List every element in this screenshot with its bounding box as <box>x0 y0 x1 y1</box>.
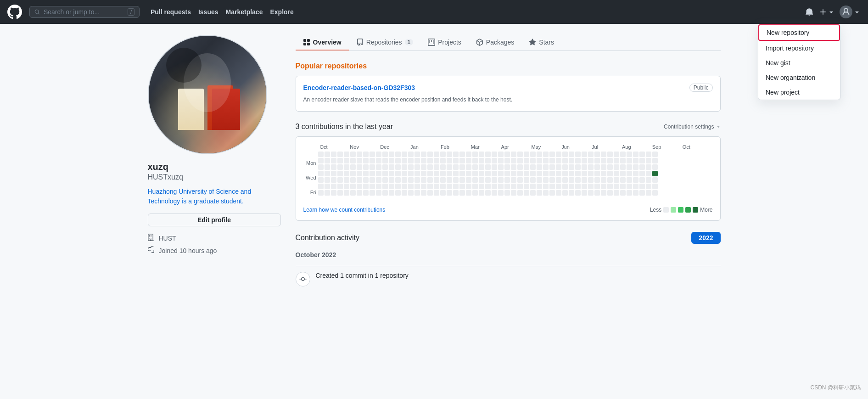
commit-icon <box>299 275 307 283</box>
tab-overview[interactable]: Overview <box>296 35 349 51</box>
search-input[interactable] <box>44 8 124 16</box>
activity-section: Contribution activity 2022 October 2022 … <box>296 232 721 287</box>
profile-bio: Huazhong University of Science and Techn… <box>148 187 281 206</box>
search-box[interactable]: / <box>29 6 140 18</box>
activity-date-label: October 2022 <box>296 251 721 259</box>
repo-icon <box>356 39 364 46</box>
nav-marketplace[interactable]: Marketplace <box>226 8 263 16</box>
building-icon <box>148 234 155 242</box>
user-menu-button[interactable] <box>840 6 861 18</box>
overview-icon <box>303 39 310 46</box>
contributions-section: 3 contributions in the last year Contrib… <box>296 123 721 221</box>
legend-cell-2 <box>678 207 683 213</box>
contribution-legend: Less More <box>650 207 713 213</box>
tab-repositories[interactable]: Repositories 1 <box>349 35 421 51</box>
navbar: / Pull requests Issues Marketplace Explo… <box>0 0 868 24</box>
popular-repos-title: Popular repositories <box>296 62 721 70</box>
chevron-down-small-icon <box>853 8 861 16</box>
nav-pull-requests[interactable]: Pull requests <box>151 8 191 16</box>
search-icon <box>34 8 40 16</box>
notifications-button[interactable] <box>804 6 815 17</box>
main-layout: 🙂 xuzq HUSTxuzq Huazhong University of S… <box>140 24 728 298</box>
activity-text: Created 1 commit in 1 repository <box>316 272 409 279</box>
new-project-item[interactable]: New project <box>758 85 840 100</box>
repo-card: Encoder-reader-based-on-GD32F303 Public … <box>296 76 721 112</box>
chevron-down-icon <box>828 8 835 16</box>
tab-packages[interactable]: Packages <box>469 35 521 51</box>
graph-inner: OctNovDecJanFebMarAprMayJunJulAugSepOctM… <box>303 144 713 203</box>
profile-handle: HUSTxuzq <box>148 173 281 181</box>
activity-header: Contribution activity 2022 <box>296 232 721 244</box>
repo-description: An encoder reader slave that reads the e… <box>303 96 713 104</box>
edit-profile-button[interactable]: Edit profile <box>148 214 281 226</box>
contributions-title: 3 contributions in the last year <box>296 123 393 131</box>
nav-right <box>804 6 861 18</box>
new-repository-item[interactable]: New repository <box>758 24 840 41</box>
avatar <box>840 6 852 18</box>
package-icon <box>476 39 483 46</box>
plus-icon <box>819 8 827 16</box>
activity-title: Contribution activity <box>296 234 360 242</box>
main-content: Overview Repositories 1 Projects Packag <box>296 35 721 287</box>
learn-contributions-link[interactable]: Learn how we count contributions <box>303 207 386 213</box>
legend-cell-3 <box>685 207 691 213</box>
repo-header: Encoder-reader-based-on-GD32F303 Public <box>303 84 713 92</box>
year-filter-button[interactable]: 2022 <box>691 232 720 244</box>
org-meta: HUST <box>148 234 281 242</box>
bell-icon <box>806 8 813 16</box>
popular-repos-section: Popular repositories Encoder-reader-base… <box>296 62 721 112</box>
legend-cell-0 <box>663 207 669 213</box>
avatar-image <box>149 36 266 153</box>
activity-icon <box>296 272 310 287</box>
profile-avatar: 🙂 <box>148 35 267 154</box>
user-icon <box>841 7 851 17</box>
legend-cell-1 <box>671 207 676 213</box>
emoji-badge: 🙂 <box>251 140 261 150</box>
search-kbd: / <box>128 8 134 16</box>
joined-meta: Joined 10 hours ago <box>148 246 281 255</box>
activity-divider <box>296 266 721 266</box>
contribution-footer: Learn how we count contributions Less Mo… <box>303 207 713 213</box>
contribution-graph: OctNovDecJanFebMarAprMayJunJulAugSepOctM… <box>296 136 721 221</box>
github-logo[interactable] <box>7 5 22 19</box>
legend-less-label: Less <box>650 207 661 213</box>
profile-tabs: Overview Repositories 1 Projects Packag <box>296 35 721 51</box>
repositories-badge: 1 <box>405 39 414 45</box>
sidebar: 🙂 xuzq HUSTxuzq Huazhong University of S… <box>148 35 281 287</box>
contribution-settings-button[interactable]: Contribution settings <box>664 124 720 130</box>
legend-more-label: More <box>700 207 712 213</box>
activity-item: Created 1 commit in 1 repository <box>296 272 721 287</box>
contributions-header: 3 contributions in the last year Contrib… <box>296 123 721 131</box>
new-gist-item[interactable]: New gist <box>758 56 840 70</box>
nav-issues[interactable]: Issues <box>198 8 218 16</box>
plus-dropdown: New repository Import repository New gis… <box>758 24 840 100</box>
profile-meta: HUST Joined 10 hours ago <box>148 234 281 255</box>
nav-links: Pull requests Issues Marketplace Explore <box>151 8 294 16</box>
plus-menu-button[interactable] <box>817 6 838 17</box>
rocket-icon <box>148 246 155 255</box>
visibility-badge: Public <box>689 84 713 92</box>
nav-explore[interactable]: Explore <box>270 8 293 16</box>
new-organization-item[interactable]: New organization <box>758 70 840 85</box>
legend-cell-4 <box>693 207 698 213</box>
import-repository-item[interactable]: Import repository <box>758 41 840 56</box>
project-icon <box>428 39 435 46</box>
tab-projects[interactable]: Projects <box>420 35 469 51</box>
joined-text: Joined 10 hours ago <box>159 247 217 254</box>
star-icon <box>529 39 536 46</box>
profile-name: xuzq <box>148 162 281 172</box>
repo-name-link[interactable]: Encoder-reader-based-on-GD32F303 <box>303 84 415 91</box>
tab-stars[interactable]: Stars <box>521 35 561 51</box>
org-name: HUST <box>159 235 176 242</box>
chevron-down-small <box>716 124 721 129</box>
